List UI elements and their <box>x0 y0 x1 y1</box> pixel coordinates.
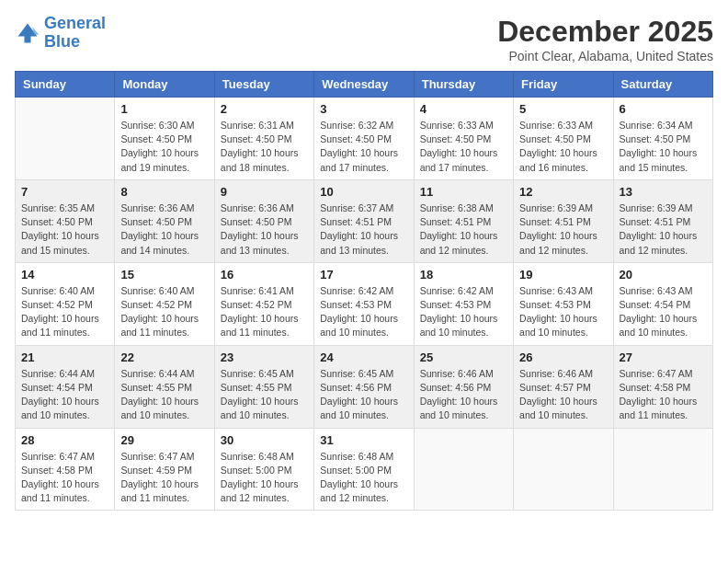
calendar-cell: 21Sunrise: 6:44 AM Sunset: 4:54 PM Dayli… <box>16 345 115 428</box>
day-info: Sunrise: 6:42 AM Sunset: 4:53 PM Dayligh… <box>320 284 407 340</box>
calendar-cell: 8Sunrise: 6:36 AM Sunset: 4:50 PM Daylig… <box>115 179 214 262</box>
day-number: 20 <box>620 268 707 282</box>
day-number: 21 <box>21 350 108 364</box>
day-info: Sunrise: 6:39 AM Sunset: 4:51 PM Dayligh… <box>620 201 707 258</box>
day-info: Sunrise: 6:40 AM Sunset: 4:52 PM Dayligh… <box>120 284 208 340</box>
day-number: 11 <box>420 185 507 199</box>
calendar-cell <box>414 428 513 511</box>
day-info: Sunrise: 6:47 AM Sunset: 4:59 PM Dayligh… <box>120 450 208 506</box>
calendar-cell: 15Sunrise: 6:40 AM Sunset: 4:52 PM Dayli… <box>115 262 214 345</box>
day-number: 9 <box>221 185 308 199</box>
calendar-cell: 2Sunrise: 6:31 AM Sunset: 4:50 PM Daylig… <box>214 98 313 180</box>
calendar-cell: 25Sunrise: 6:46 AM Sunset: 4:56 PM Dayli… <box>414 345 513 428</box>
calendar-cell: 12Sunrise: 6:39 AM Sunset: 4:51 PM Dayli… <box>514 179 613 262</box>
logo-icon <box>15 20 40 46</box>
day-number: 17 <box>320 268 407 282</box>
day-info: Sunrise: 6:45 AM Sunset: 4:55 PM Dayligh… <box>221 367 308 423</box>
day-number: 6 <box>620 102 707 116</box>
day-info: Sunrise: 6:35 AM Sunset: 4:50 PM Dayligh… <box>21 201 108 258</box>
day-number: 27 <box>620 350 707 364</box>
day-info: Sunrise: 6:46 AM Sunset: 4:56 PM Dayligh… <box>420 367 507 423</box>
calendar-week-row: 28Sunrise: 6:47 AM Sunset: 4:58 PM Dayli… <box>16 428 713 511</box>
day-number: 13 <box>620 185 707 199</box>
day-info: Sunrise: 6:39 AM Sunset: 4:51 PM Dayligh… <box>519 201 607 258</box>
calendar-cell: 20Sunrise: 6:43 AM Sunset: 4:54 PM Dayli… <box>613 262 712 345</box>
calendar-cell: 16Sunrise: 6:41 AM Sunset: 4:52 PM Dayli… <box>214 262 313 345</box>
calendar-cell: 29Sunrise: 6:47 AM Sunset: 4:59 PM Dayli… <box>115 428 214 511</box>
calendar-cell: 14Sunrise: 6:40 AM Sunset: 4:52 PM Dayli… <box>16 262 115 345</box>
day-number: 14 <box>21 268 108 282</box>
day-info: Sunrise: 6:38 AM Sunset: 4:51 PM Dayligh… <box>420 201 507 258</box>
day-number: 24 <box>320 350 407 364</box>
calendar-cell: 18Sunrise: 6:42 AM Sunset: 4:53 PM Dayli… <box>414 262 513 345</box>
weekday-header-wednesday: Wednesday <box>314 72 414 98</box>
title-block: December 2025 Point Clear, Alabama, Unit… <box>497 15 713 63</box>
calendar-cell: 1Sunrise: 6:30 AM Sunset: 4:50 PM Daylig… <box>115 98 214 180</box>
calendar-cell: 28Sunrise: 6:47 AM Sunset: 4:58 PM Dayli… <box>16 428 115 511</box>
day-number: 28 <box>21 433 108 447</box>
calendar-week-row: 14Sunrise: 6:40 AM Sunset: 4:52 PM Dayli… <box>16 262 713 345</box>
day-number: 8 <box>120 185 208 199</box>
weekday-header-sunday: Sunday <box>16 72 115 98</box>
day-info: Sunrise: 6:41 AM Sunset: 4:52 PM Dayligh… <box>221 284 308 340</box>
day-info: Sunrise: 6:37 AM Sunset: 4:51 PM Dayligh… <box>320 201 407 258</box>
day-number: 19 <box>519 268 607 282</box>
day-info: Sunrise: 6:47 AM Sunset: 4:58 PM Dayligh… <box>21 450 108 506</box>
calendar-cell: 31Sunrise: 6:48 AM Sunset: 5:00 PM Dayli… <box>314 428 414 511</box>
day-number: 30 <box>221 433 308 447</box>
calendar-cell: 22Sunrise: 6:44 AM Sunset: 4:55 PM Dayli… <box>115 345 214 428</box>
weekday-header-monday: Monday <box>115 72 214 98</box>
day-number: 16 <box>221 268 308 282</box>
calendar-cell <box>16 98 115 180</box>
day-number: 5 <box>519 102 607 116</box>
day-info: Sunrise: 6:44 AM Sunset: 4:55 PM Dayligh… <box>120 367 208 423</box>
calendar-cell <box>613 428 712 511</box>
calendar-table: SundayMondayTuesdayWednesdayThursdayFrid… <box>15 71 713 511</box>
day-number: 18 <box>420 268 507 282</box>
logo-text: General Blue <box>44 15 106 52</box>
weekday-header-saturday: Saturday <box>613 72 712 98</box>
calendar-week-row: 21Sunrise: 6:44 AM Sunset: 4:54 PM Dayli… <box>16 345 713 428</box>
calendar-cell: 7Sunrise: 6:35 AM Sunset: 4:50 PM Daylig… <box>16 179 115 262</box>
day-info: Sunrise: 6:48 AM Sunset: 5:00 PM Dayligh… <box>320 450 407 506</box>
day-number: 1 <box>120 102 208 116</box>
day-info: Sunrise: 6:30 AM Sunset: 4:50 PM Dayligh… <box>120 119 208 175</box>
calendar-cell: 27Sunrise: 6:47 AM Sunset: 4:58 PM Dayli… <box>613 345 712 428</box>
calendar-cell: 10Sunrise: 6:37 AM Sunset: 4:51 PM Dayli… <box>314 179 414 262</box>
calendar-cell: 30Sunrise: 6:48 AM Sunset: 5:00 PM Dayli… <box>214 428 313 511</box>
day-info: Sunrise: 6:32 AM Sunset: 4:50 PM Dayligh… <box>320 119 407 175</box>
day-info: Sunrise: 6:42 AM Sunset: 4:53 PM Dayligh… <box>420 284 507 340</box>
day-number: 10 <box>320 185 407 199</box>
calendar-cell: 13Sunrise: 6:39 AM Sunset: 4:51 PM Dayli… <box>613 179 712 262</box>
calendar-week-row: 7Sunrise: 6:35 AM Sunset: 4:50 PM Daylig… <box>16 179 713 262</box>
day-number: 3 <box>320 102 407 116</box>
day-info: Sunrise: 6:47 AM Sunset: 4:58 PM Dayligh… <box>620 367 707 423</box>
day-number: 12 <box>519 185 607 199</box>
day-info: Sunrise: 6:36 AM Sunset: 4:50 PM Dayligh… <box>120 201 208 258</box>
day-number: 25 <box>420 350 507 364</box>
calendar-header-row: SundayMondayTuesdayWednesdayThursdayFrid… <box>16 72 713 98</box>
calendar-week-row: 1Sunrise: 6:30 AM Sunset: 4:50 PM Daylig… <box>16 98 713 180</box>
day-info: Sunrise: 6:43 AM Sunset: 4:54 PM Dayligh… <box>620 284 707 340</box>
calendar-cell: 17Sunrise: 6:42 AM Sunset: 4:53 PM Dayli… <box>314 262 414 345</box>
day-info: Sunrise: 6:36 AM Sunset: 4:50 PM Dayligh… <box>221 201 308 258</box>
day-number: 15 <box>120 268 208 282</box>
calendar-cell: 24Sunrise: 6:45 AM Sunset: 4:56 PM Dayli… <box>314 345 414 428</box>
day-number: 2 <box>221 102 308 116</box>
day-number: 4 <box>420 102 507 116</box>
calendar-cell <box>514 428 613 511</box>
page-header: General Blue December 2025 Point Clear, … <box>15 15 713 63</box>
calendar-cell: 19Sunrise: 6:43 AM Sunset: 4:53 PM Dayli… <box>514 262 613 345</box>
day-number: 22 <box>120 350 208 364</box>
subtitle: Point Clear, Alabama, United States <box>497 49 713 63</box>
day-number: 31 <box>320 433 407 447</box>
calendar-cell: 5Sunrise: 6:33 AM Sunset: 4:50 PM Daylig… <box>514 98 613 180</box>
weekday-header-friday: Friday <box>514 72 613 98</box>
weekday-header-tuesday: Tuesday <box>214 72 313 98</box>
calendar-cell: 9Sunrise: 6:36 AM Sunset: 4:50 PM Daylig… <box>214 179 313 262</box>
logo: General Blue <box>15 15 106 52</box>
calendar-cell: 11Sunrise: 6:38 AM Sunset: 4:51 PM Dayli… <box>414 179 513 262</box>
weekday-header-thursday: Thursday <box>414 72 513 98</box>
main-title: December 2025 <box>497 15 713 49</box>
day-number: 29 <box>120 433 208 447</box>
